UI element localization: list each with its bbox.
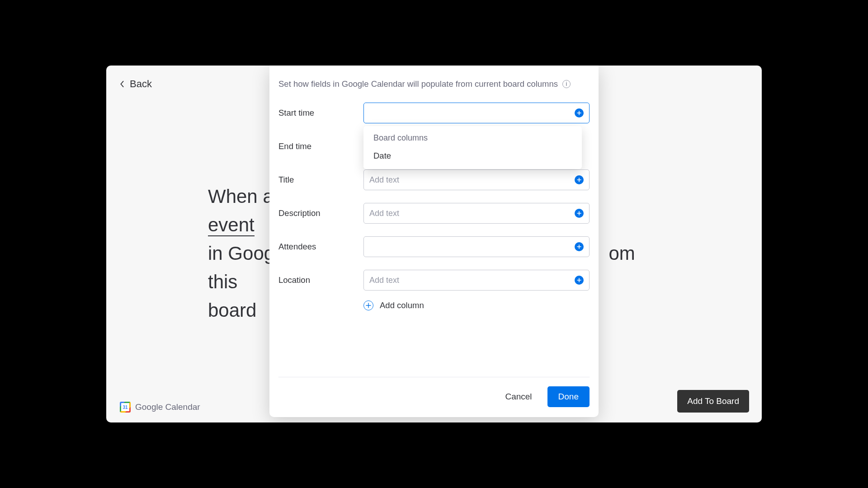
sentence-text: When a [208,186,274,207]
sentence-text: board [208,300,256,321]
field-mapping-modal: Set how fields in Google Calendar will p… [269,66,599,417]
field-row-description: Description Add text [278,203,590,224]
google-calendar-footer: Google Calendar [120,402,200,413]
done-label: Done [558,392,579,401]
chevron-left-icon [119,81,125,87]
field-label: Location [278,275,363,285]
location-input[interactable]: Add text [363,270,590,291]
field-label: Title [278,175,363,185]
add-mapping-icon[interactable] [575,209,584,218]
add-to-board-label: Add To Board [687,396,739,406]
dropdown-header: Board columns [363,132,582,147]
column-dropdown: Board columns Date [363,126,582,169]
add-mapping-icon[interactable] [575,276,584,285]
google-calendar-label: Google Calendar [135,402,200,412]
cancel-label: Cancel [505,392,532,401]
add-to-board-button[interactable]: Add To Board [677,390,749,413]
field-row-location: Location Add text [278,270,590,291]
google-calendar-icon [120,402,131,413]
add-column-label: Add column [380,300,424,310]
field-row-attendees: Attendees [278,236,590,257]
back-label: Back [130,78,152,90]
add-mapping-icon[interactable] [575,242,584,251]
modal-header-text: Set how fields in Google Calendar will p… [278,79,558,89]
plus-circle-icon [363,300,373,310]
info-icon[interactable]: i [562,80,571,88]
done-button[interactable]: Done [547,386,590,407]
field-label: End time [278,141,363,151]
modal-footer: Cancel Done [278,377,590,417]
start-time-input[interactable] [363,103,590,123]
back-button[interactable]: Back [119,78,152,90]
field-row-start-time: Start time Board columns Date [278,103,590,123]
title-input[interactable]: Add text [363,169,590,190]
dropdown-item-date[interactable]: Date [363,147,582,164]
field-label: Start time [278,108,363,118]
sentence-text-underlined: event [208,214,255,236]
app-frame: Back When a event in Goog om this board … [106,66,762,422]
field-label: Attendees [278,242,363,252]
add-mapping-icon[interactable] [575,108,584,117]
cancel-button[interactable]: Cancel [502,387,534,406]
description-input[interactable]: Add text [363,203,590,224]
attendees-input[interactable] [363,236,590,257]
add-mapping-icon[interactable] [575,175,584,184]
input-placeholder: Add text [369,209,399,218]
field-label: Description [278,208,363,218]
input-placeholder: Add text [369,276,399,285]
sentence-text: in Goog [208,243,274,264]
field-row-title: Title Add text [278,169,590,190]
modal-header: Set how fields in Google Calendar will p… [278,79,590,89]
input-placeholder: Add text [369,175,399,185]
add-column-button[interactable]: Add column [363,300,590,310]
